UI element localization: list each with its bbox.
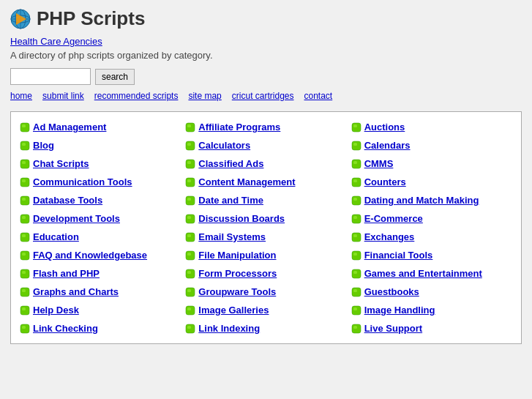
category-icon	[351, 287, 361, 297]
svg-rect-11	[353, 124, 357, 127]
category-link[interactable]: Calendars	[364, 140, 411, 151]
category-link[interactable]: Dating and Match Making	[364, 195, 479, 206]
svg-rect-55	[22, 271, 26, 274]
page-description: A directory of php scripts organized by …	[10, 50, 522, 61]
category-link[interactable]: Affiliate Programs	[198, 122, 280, 133]
search-button[interactable]: search	[95, 69, 135, 85]
svg-rect-36	[20, 215, 29, 223]
svg-rect-74	[186, 324, 195, 333]
svg-rect-24	[20, 178, 29, 187]
search-bar: search	[10, 68, 522, 85]
category-link[interactable]: Education	[33, 231, 79, 242]
svg-rect-60	[20, 288, 29, 297]
category-icon	[185, 141, 195, 151]
category-link[interactable]: Exchanges	[364, 231, 415, 242]
category-item: Groupware Tools	[185, 284, 346, 299]
category-link[interactable]: Image Galleries	[198, 305, 269, 316]
category-link[interactable]: Form Processors	[198, 268, 277, 279]
category-icon	[185, 250, 195, 261]
nav-link[interactable]: submit link	[42, 91, 84, 101]
svg-rect-15	[187, 143, 191, 146]
svg-rect-14	[186, 141, 195, 150]
category-item: Image Galleries	[185, 302, 346, 318]
category-link[interactable]: Email Systems	[198, 231, 266, 242]
category-icon	[185, 232, 195, 242]
svg-rect-27	[187, 179, 191, 182]
category-item: Counters	[351, 174, 512, 190]
category-link[interactable]: FAQ and Knowledgebase	[33, 250, 147, 261]
category-link[interactable]: Blog	[33, 140, 54, 151]
category-item: Calculators	[185, 138, 346, 153]
category-link[interactable]: CMMS	[364, 158, 394, 169]
category-link[interactable]: Groupware Tools	[198, 286, 276, 297]
category-link[interactable]: E-Commerce	[364, 213, 423, 224]
breadcrumb-link[interactable]: Health Care Agencies	[10, 36, 102, 47]
category-link[interactable]: Date and Time	[198, 195, 263, 206]
category-link[interactable]: Communication Tools	[33, 176, 132, 187]
category-icon	[185, 122, 195, 133]
category-item: Help Desk	[20, 302, 181, 318]
svg-rect-77	[353, 326, 357, 329]
svg-rect-17	[353, 143, 357, 146]
svg-rect-49	[22, 253, 26, 256]
category-link[interactable]: Chat Scripts	[33, 158, 89, 169]
category-link[interactable]: Games and Entertainment	[364, 268, 482, 279]
category-icon	[185, 214, 195, 224]
category-link[interactable]: Live Support	[364, 323, 422, 334]
svg-rect-56	[186, 269, 195, 278]
svg-rect-6	[20, 123, 29, 132]
svg-rect-73	[22, 326, 26, 329]
category-item: Education	[20, 229, 181, 245]
category-link[interactable]: Content Management	[198, 176, 295, 187]
svg-rect-64	[352, 288, 361, 297]
category-link[interactable]: Calculators	[198, 140, 250, 151]
category-item: Discussion Boards	[185, 211, 346, 226]
nav-link[interactable]: contact	[304, 91, 333, 101]
category-link[interactable]: Flash and PHP	[33, 268, 100, 279]
php-globe-icon	[10, 9, 31, 29]
nav-link[interactable]: cricut cartridges	[232, 91, 294, 101]
category-link[interactable]: Financial Tools	[364, 250, 433, 261]
svg-rect-26	[186, 178, 195, 187]
category-item: E-Commerce	[351, 211, 512, 226]
nav-link[interactable]: recommended scripts	[94, 91, 179, 101]
svg-rect-18	[20, 160, 29, 168]
svg-rect-21	[187, 161, 191, 164]
category-link[interactable]: Auctions	[364, 122, 405, 133]
category-link[interactable]: Link Indexing	[198, 323, 260, 334]
svg-rect-52	[352, 251, 361, 260]
page-wrapper: PHP Scripts Health Care Agencies A direc…	[0, 0, 532, 399]
category-link[interactable]: Link Checking	[33, 323, 98, 334]
category-link[interactable]: Guestbooks	[364, 286, 419, 297]
category-icon	[20, 214, 30, 224]
category-item: Guestbooks	[351, 284, 512, 299]
category-link[interactable]: Discussion Boards	[198, 213, 285, 224]
category-link[interactable]: File Manipulation	[198, 250, 276, 261]
svg-rect-19	[22, 161, 26, 164]
category-item: Calendars	[351, 138, 512, 153]
category-link[interactable]: Graphs and Charts	[33, 286, 119, 297]
svg-rect-61	[22, 289, 26, 292]
category-icon	[185, 177, 195, 187]
svg-rect-35	[353, 198, 357, 201]
category-link[interactable]: Ad Management	[33, 122, 106, 133]
category-item: Financial Tools	[351, 247, 512, 263]
nav-link[interactable]: site map	[188, 91, 221, 101]
category-link[interactable]: Image Handling	[364, 305, 435, 316]
category-icon	[185, 195, 195, 206]
category-item: Chat Scripts	[20, 156, 181, 171]
category-icon	[20, 159, 30, 169]
category-icon	[185, 324, 195, 334]
category-link[interactable]: Help Desk	[33, 305, 79, 316]
svg-rect-47	[353, 234, 357, 237]
svg-rect-65	[353, 289, 357, 292]
search-input[interactable]	[10, 68, 91, 85]
nav-link[interactable]: home	[10, 91, 32, 101]
category-item: Ad Management	[20, 119, 181, 135]
category-link[interactable]: Development Tools	[33, 213, 120, 224]
category-link[interactable]: Database Tools	[33, 195, 102, 206]
svg-rect-12	[20, 141, 29, 150]
category-link[interactable]: Counters	[364, 176, 406, 187]
category-link[interactable]: Classified Ads	[198, 158, 263, 169]
category-item: Development Tools	[20, 211, 181, 226]
